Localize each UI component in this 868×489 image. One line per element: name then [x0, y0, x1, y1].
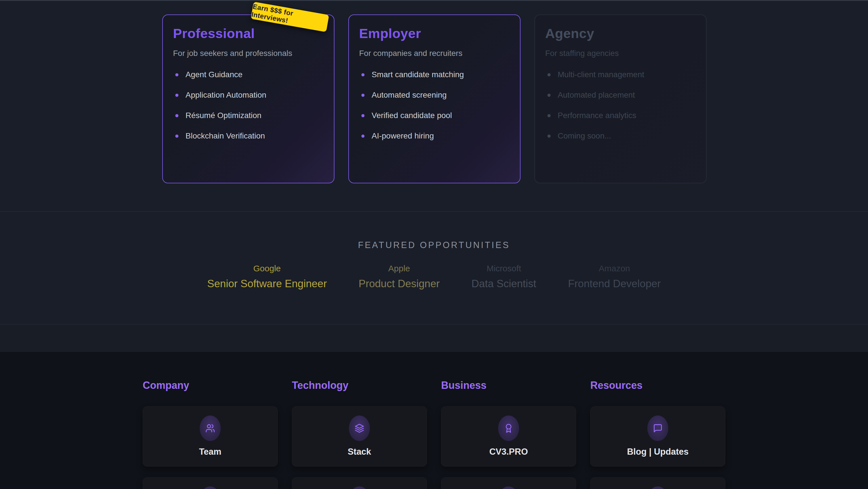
footer-card-blog[interactable]: Blog | Updates — [590, 406, 725, 467]
footer-card-partial[interactable] — [292, 477, 427, 489]
footer-column-business: Business CV3.PRO — [441, 379, 576, 489]
featured-opportunity[interactable]: Google Senior Software Engineer — [207, 263, 327, 290]
footer-card-icon — [647, 486, 668, 489]
featured-opportunity[interactable]: Apple Product Designer — [359, 263, 440, 290]
plan-feature-list: Multi-client management Automated placem… — [545, 64, 696, 146]
footer-card-partial[interactable] — [143, 477, 278, 489]
featured-opportunities-section: FEATURED OPPORTUNITIES Google Senior Sof… — [0, 212, 868, 324]
plan-feature: Coming soon... — [548, 126, 696, 146]
footer-heading: Technology — [292, 379, 427, 392]
featured-role: Data Scientist — [471, 278, 536, 290]
featured-role: Senior Software Engineer — [207, 278, 327, 290]
featured-opportunity[interactable]: Amazon Frontend Developer — [568, 263, 661, 290]
plan-feature: Multi-client management — [548, 64, 696, 85]
plan-feature: Résumé Optimization — [175, 105, 324, 126]
plan-title: Agency — [545, 25, 696, 42]
plan-feature: Agent Guidance — [175, 64, 324, 85]
message-square-icon — [647, 415, 668, 441]
plan-card-agency[interactable]: Agency For staffing agencies Multi-clien… — [534, 15, 707, 183]
footer-column-resources: Resources Blog | Updates — [590, 379, 725, 489]
plan-feature: Verified candidate pool — [361, 105, 510, 126]
footer-heading: Resources — [590, 379, 725, 392]
footer-card-team[interactable]: Team — [143, 406, 278, 467]
bullet-dot-icon — [175, 73, 179, 76]
featured-heading: FEATURED OPPORTUNITIES — [0, 212, 868, 250]
footer-column-company: Company Team — [143, 379, 278, 489]
footer-card-icon — [498, 486, 519, 489]
section-spacer — [0, 324, 868, 352]
featured-company: Google — [207, 263, 327, 274]
footer-card-icon — [200, 486, 221, 489]
bullet-dot-icon — [548, 73, 551, 76]
layers-icon — [349, 415, 370, 441]
plan-feature-list: Smart candidate matching Automated scree… — [359, 64, 510, 146]
footer-grid: Company Team Technology Stack — [143, 352, 725, 489]
plan-feature: AI-powered hiring — [361, 126, 510, 146]
footer-card-stack[interactable]: Stack — [292, 406, 427, 467]
footer-card-label: CV3.PRO — [441, 447, 576, 457]
plan-feature: Performance analytics — [548, 105, 696, 126]
footer-heading: Business — [441, 379, 576, 392]
pricing-page: Professional For job seekers and profess… — [0, 0, 868, 489]
featured-company: Apple — [359, 263, 440, 274]
award-icon — [498, 415, 519, 441]
plan-card-employer[interactable]: Employer For companies and recruiters Sm… — [348, 15, 521, 183]
bullet-dot-icon — [361, 94, 365, 97]
featured-company: Microsoft — [471, 263, 536, 274]
bullet-dot-icon — [361, 135, 365, 138]
plans-section: Professional For job seekers and profess… — [0, 0, 868, 212]
plan-subtitle: For staffing agencies — [545, 49, 696, 58]
plan-subtitle: For job seekers and professionals — [173, 49, 324, 58]
featured-role: Frontend Developer — [568, 278, 661, 290]
bullet-dot-icon — [548, 114, 551, 117]
footer-heading: Company — [143, 379, 278, 392]
plan-feature: Automated screening — [361, 85, 510, 105]
plan-cards-row: Professional For job seekers and profess… — [162, 15, 707, 183]
footer-card-icon — [349, 486, 370, 489]
plan-feature: Smart candidate matching — [361, 64, 510, 85]
featured-row: Google Senior Software Engineer Apple Pr… — [0, 263, 868, 290]
users-icon — [200, 415, 221, 441]
plan-feature: Automated placement — [548, 85, 696, 105]
bullet-dot-icon — [175, 114, 179, 117]
plan-feature: Application Automation — [175, 85, 324, 105]
footer-column-technology: Technology Stack — [292, 379, 427, 489]
bullet-dot-icon — [175, 135, 179, 138]
plan-feature: Blockchain Verification — [175, 126, 324, 146]
bullet-dot-icon — [361, 114, 365, 117]
footer-card-partial[interactable] — [441, 477, 576, 489]
plan-feature-list: Agent Guidance Application Automation Ré… — [173, 64, 324, 146]
plan-title: Professional — [173, 25, 324, 42]
plan-card-professional[interactable]: Professional For job seekers and profess… — [162, 15, 335, 183]
bullet-dot-icon — [548, 135, 551, 138]
featured-role: Product Designer — [359, 278, 440, 290]
footer-card-label: Stack — [292, 447, 427, 457]
plan-title: Employer — [359, 25, 510, 42]
footer-card-cv3pro[interactable]: CV3.PRO — [441, 406, 576, 467]
footer-card-label: Team — [143, 447, 277, 457]
footer-card-label: Blog | Updates — [591, 447, 725, 457]
plan-subtitle: For companies and recruiters — [359, 49, 510, 58]
bullet-dot-icon — [548, 94, 551, 97]
featured-company: Amazon — [568, 263, 661, 274]
bullet-dot-icon — [175, 94, 179, 97]
footer: Company Team Technology Stack — [0, 352, 868, 489]
bullet-dot-icon — [361, 73, 365, 76]
featured-opportunity[interactable]: Microsoft Data Scientist — [471, 263, 536, 290]
footer-card-partial[interactable] — [590, 477, 725, 489]
